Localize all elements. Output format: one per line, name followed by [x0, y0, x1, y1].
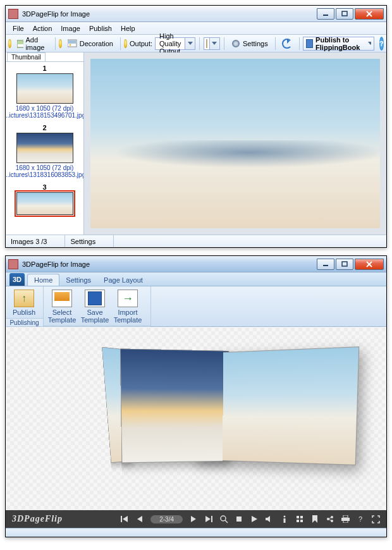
gear-icon — [231, 39, 241, 49]
share-button[interactable] — [326, 515, 334, 523]
ribbon-tabs: 3D Home Settings Page Layout — [6, 272, 386, 286]
first-page-button[interactable] — [120, 515, 129, 523]
menu-image[interactable]: Image — [56, 22, 85, 34]
color-swatch — [206, 39, 207, 48]
svg-marker-21 — [191, 516, 196, 522]
prev-page-button[interactable] — [135, 515, 144, 523]
sound-button[interactable] — [265, 515, 274, 523]
settings-label: Settings — [243, 40, 268, 47]
menu-action[interactable]: Action — [28, 22, 57, 34]
app-title: 3DPageFlip for Image — [22, 10, 317, 18]
svg-point-24 — [221, 516, 226, 521]
thumbnail-item[interactable]: 2 1680 x 1050 (72 dpi) ..ictures\1318316… — [6, 121, 83, 181]
publish-label: Publish to FlippingBook — [315, 36, 365, 51]
print-button[interactable] — [341, 515, 350, 523]
statusbar: Images 3 /3 Settings — [6, 235, 386, 247]
publish-icon — [14, 290, 34, 307]
tab-settings[interactable]: Settings — [59, 274, 97, 286]
preview-area — [84, 52, 386, 235]
bullet-icon — [59, 39, 62, 48]
canvas[interactable] — [6, 327, 386, 510]
thumbnail-panel: Thumbnail 1 1680 x 1050 (72 dpi) ..ictur… — [6, 52, 84, 235]
thumbnail-image — [16, 73, 73, 104]
svg-marker-11 — [188, 42, 193, 45]
add-image-button[interactable]: + Add image — [14, 37, 51, 51]
help-button[interactable]: ? — [356, 515, 365, 523]
thumbnail-item[interactable]: 1 1680 x 1050 (72 dpi) ..ictures\1318153… — [6, 62, 83, 121]
refresh-icon — [282, 39, 292, 49]
chevron-down-icon — [209, 38, 219, 49]
flipbook-preview[interactable] — [38, 353, 354, 473]
menu-file[interactable]: File — [8, 22, 28, 34]
menu-help[interactable]: Help — [116, 22, 140, 34]
menubar: File Action Image Publish Help — [6, 22, 386, 35]
close-button[interactable] — [355, 259, 384, 270]
info-button[interactable] — [280, 515, 289, 523]
svg-rect-15 — [342, 262, 347, 266]
preview-image — [90, 59, 380, 228]
output-label: Output: — [130, 40, 152, 47]
help-button[interactable]: ? — [379, 37, 384, 51]
add-image-icon: + — [17, 39, 24, 48]
toolbar: + Add image Decoration Output: High Qual… — [6, 35, 386, 52]
svg-rect-26 — [236, 516, 242, 522]
stop-button[interactable] — [235, 515, 243, 523]
save-template-button[interactable]: Save Template — [78, 288, 111, 324]
next-page-button[interactable] — [189, 515, 198, 523]
zoom-button[interactable] — [219, 515, 228, 523]
minimize-button[interactable] — [317, 8, 334, 20]
select-template-button[interactable]: Select Template — [46, 288, 78, 324]
logo-3d-icon[interactable]: 3D — [9, 273, 25, 286]
status-images: Images 3 /3 — [6, 235, 65, 247]
svg-rect-18 — [121, 516, 122, 522]
last-page-button[interactable] — [204, 515, 213, 523]
maximize-button[interactable] — [336, 8, 353, 20]
import-icon — [118, 290, 138, 307]
page-indicator: 2-3/4 — [150, 515, 183, 523]
tab-home[interactable]: Home — [27, 274, 59, 286]
import-template-button[interactable]: Import Template — [111, 288, 144, 324]
svg-marker-12 — [212, 42, 217, 45]
tab-page-layout[interactable]: Page Layout — [97, 274, 149, 286]
svg-marker-22 — [205, 516, 211, 522]
svg-text:+: + — [22, 39, 23, 44]
refresh-button[interactable] — [279, 37, 295, 51]
app-icon — [8, 9, 18, 19]
thumbnail-tab[interactable]: Thumbnail — [7, 52, 46, 61]
settings-button[interactable]: Settings — [228, 37, 271, 51]
svg-rect-33 — [297, 520, 299, 522]
page-right — [193, 346, 360, 465]
decoration-icon — [68, 39, 78, 48]
thumbnails-button[interactable] — [295, 515, 304, 523]
minimize-button[interactable] — [317, 259, 334, 270]
app-icon — [8, 259, 18, 269]
bullet-icon — [8, 39, 11, 48]
add-image-label: Add image — [25, 36, 47, 51]
svg-point-10 — [69, 44, 71, 46]
svg-marker-35 — [312, 515, 317, 523]
menu-publish[interactable]: Publish — [85, 22, 116, 34]
titlebar[interactable]: 3DPageFlip for Image — [6, 6, 386, 22]
svg-rect-34 — [300, 520, 303, 522]
player-bar: 3DPageFlip 2-3/4 ? — [6, 510, 386, 528]
play-button[interactable] — [250, 515, 259, 523]
close-button[interactable] — [355, 8, 384, 20]
fullscreen-button[interactable] — [371, 515, 380, 523]
svg-rect-9 — [68, 40, 76, 44]
output-select[interactable]: High Quality Output — [155, 37, 195, 50]
bookmark-button[interactable] — [310, 515, 319, 523]
app-title: 3DPageFlip for Image — [22, 260, 317, 268]
decoration-button[interactable]: Decoration — [64, 37, 116, 51]
thumbnail-image — [16, 133, 73, 163]
titlebar[interactable]: 3DPageFlip for Image — [6, 256, 386, 272]
svg-rect-32 — [300, 516, 303, 518]
svg-rect-23 — [211, 516, 212, 522]
color-select[interactable] — [204, 37, 220, 50]
window-footer — [6, 528, 386, 537]
chevron-down-icon — [368, 42, 371, 46]
maximize-button[interactable] — [336, 259, 353, 270]
thumbnail-item[interactable]: 3 — [6, 181, 83, 217]
status-settings: Settings — [65, 235, 114, 247]
publish-button[interactable]: Publish — [8, 288, 40, 316]
publish-button[interactable]: Publish to FlippingBook — [303, 37, 374, 51]
